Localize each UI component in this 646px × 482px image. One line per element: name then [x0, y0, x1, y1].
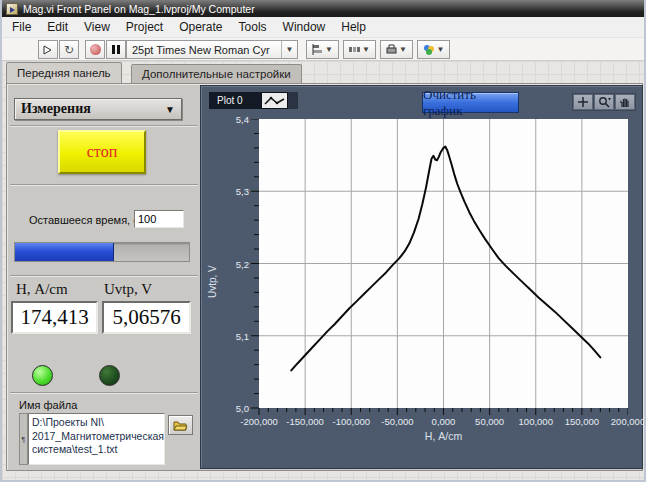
labview-front-panel-window: Mag.vi Front Panel on Mag_1.lvproj/My Co… — [0, 0, 646, 482]
chevron-down-icon: ▼ — [165, 104, 175, 115]
font-selector-value: 25pt Times New Roman Cyr — [127, 44, 281, 56]
run-continuous-icon: ↻ — [64, 43, 74, 57]
pause-button[interactable] — [106, 40, 126, 59]
measurement-mode-value: Измерения — [21, 101, 91, 117]
crosshair-tool-button[interactable] — [573, 94, 593, 110]
stop-button-label: стоп — [87, 143, 117, 161]
resize-objects-button[interactable]: ▼ — [380, 40, 413, 59]
menu-window[interactable]: Window — [275, 17, 334, 37]
front-panel-workspace: Передняя панель Дополнительные настройки… — [2, 61, 644, 480]
file-path-field[interactable]: D:\Проекты NI\ 2017_Магнитометрическая с… — [28, 413, 165, 465]
clear-graph-label: Очистить график — [423, 87, 518, 119]
y-axis-tick-labels: 5,4 5,3 5,2 5,1 5,0 — [219, 119, 249, 408]
x-tick: -100,000 — [332, 416, 370, 427]
uvtp-label: Uvtp, V — [104, 281, 152, 298]
waveform-chart: Plot 0 Очистить график — [200, 85, 643, 469]
tab-front-panel[interactable]: Передняя панель — [6, 62, 122, 83]
font-selector[interactable]: 25pt Times New Roman Cyr ▼ — [126, 40, 298, 59]
folder-open-icon — [173, 420, 188, 431]
x-axis-tick-labels: -200,000 -150,000 -100,000 -50,000 0,000… — [259, 416, 628, 428]
measurement-mode-dropdown[interactable]: Измерения ▼ — [14, 98, 182, 120]
separator — [10, 392, 198, 394]
x-tick: 150,000 — [565, 416, 599, 427]
separator — [10, 125, 198, 127]
distribute-objects-button[interactable]: ▼ — [343, 40, 376, 59]
menu-operate[interactable]: Operate — [171, 17, 230, 37]
chevron-down-icon[interactable]: ▼ — [281, 41, 297, 58]
x-tick: -150,000 — [286, 416, 324, 427]
crosshair-icon — [577, 96, 589, 108]
title-bar[interactable]: Mag.vi Front Panel on Mag_1.lvproj/My Co… — [2, 0, 644, 17]
window-title: Mag.vi Front Panel on Mag_1.lvproj/My Co… — [23, 3, 255, 15]
uvtp-readout: 5,06576 — [102, 301, 191, 334]
tab-additional-settings-label: Дополнительные настройки — [142, 68, 291, 80]
y-tick: 5,2 — [236, 258, 249, 269]
tab-page-front-panel: Измерения ▼ стоп Оставшееся время, сек H… — [6, 83, 643, 471]
reorder-button[interactable]: ▼ — [417, 40, 450, 59]
file-path-line: D:\Проекты NI\ — [32, 416, 161, 430]
run-continuous-button[interactable]: ↻ — [59, 40, 79, 59]
x-tick: 200,000 — [611, 416, 645, 427]
x-tick: -50,000 — [381, 416, 413, 427]
run-icon — [42, 44, 54, 56]
plot-legend-label: Plot 0 — [209, 92, 261, 109]
y-tick: 5,1 — [236, 330, 249, 341]
path-scroll-strip[interactable]: ¶ — [19, 413, 28, 465]
separator — [10, 184, 198, 186]
remaining-time-label: Оставшееся время, сек — [29, 214, 150, 226]
distribute-objects-icon — [349, 44, 360, 55]
clear-graph-button[interactable]: Очистить график — [422, 92, 519, 113]
x-axis-title: H, А/cm — [259, 430, 628, 442]
toolbar: ↻ 25pt Times New Roman Cyr ▼ ▼ ▼ ▼ — [2, 38, 644, 61]
graph-palette — [572, 93, 636, 111]
plot-area[interactable] — [251, 119, 628, 420]
plot-line-sample-icon[interactable] — [261, 92, 288, 109]
zoom-icon — [598, 96, 611, 108]
x-tick: 0,000 — [432, 416, 456, 427]
menu-edit[interactable]: Edit — [39, 17, 76, 37]
tab-additional-settings[interactable]: Дополнительные настройки — [131, 64, 302, 83]
plot-svg — [251, 119, 628, 416]
file-name-label: Имя файла — [19, 399, 77, 411]
menu-view[interactable]: View — [76, 17, 118, 37]
menu-project[interactable]: Project — [118, 17, 171, 37]
menu-help[interactable]: Help — [333, 17, 374, 37]
align-objects-icon — [312, 44, 323, 55]
status-led-on — [32, 365, 53, 386]
zoom-tool-button[interactable] — [594, 94, 614, 110]
align-objects-button[interactable]: ▼ — [306, 40, 339, 59]
time-progress-bar — [14, 242, 190, 262]
file-path-line: система\test_1.txt — [32, 443, 161, 457]
h-field-label: H, А/cm — [16, 281, 68, 298]
pan-tool-button[interactable] — [615, 94, 635, 110]
status-led-off — [99, 365, 120, 386]
abort-icon — [90, 44, 101, 55]
menu-bar: File Edit View Project Operate Tools Win… — [2, 17, 644, 38]
menu-file[interactable]: File — [4, 17, 39, 37]
y-tick: 5,4 — [236, 114, 249, 125]
stop-button[interactable]: стоп — [58, 130, 146, 174]
x-tick: 100,000 — [519, 416, 553, 427]
remaining-time-input[interactable] — [134, 210, 184, 228]
reorder-icon — [423, 44, 435, 56]
uvtp-value: 5,06576 — [112, 305, 180, 330]
x-tick: -200,000 — [240, 416, 278, 427]
x-tick: 50,000 — [475, 416, 504, 427]
labview-vi-icon — [6, 3, 18, 15]
browse-file-button[interactable] — [168, 415, 193, 435]
h-field-value: 174,413 — [20, 305, 88, 330]
legend-end-cap — [288, 92, 298, 109]
pause-icon — [112, 45, 120, 54]
resize-objects-icon — [386, 44, 397, 55]
separator — [10, 275, 198, 277]
menu-tools[interactable]: Tools — [231, 17, 275, 37]
abort-button[interactable] — [85, 40, 105, 59]
y-axis-title: Uvtp, V — [207, 265, 218, 298]
time-progress-fill — [15, 243, 114, 261]
h-field-readout: 174,413 — [11, 301, 98, 334]
y-tick: 5,0 — [236, 403, 249, 414]
plot-legend[interactable]: Plot 0 — [209, 92, 298, 109]
tab-front-panel-label: Передняя панель — [17, 67, 111, 79]
run-button[interactable] — [38, 40, 58, 59]
pan-hand-icon — [619, 96, 631, 108]
